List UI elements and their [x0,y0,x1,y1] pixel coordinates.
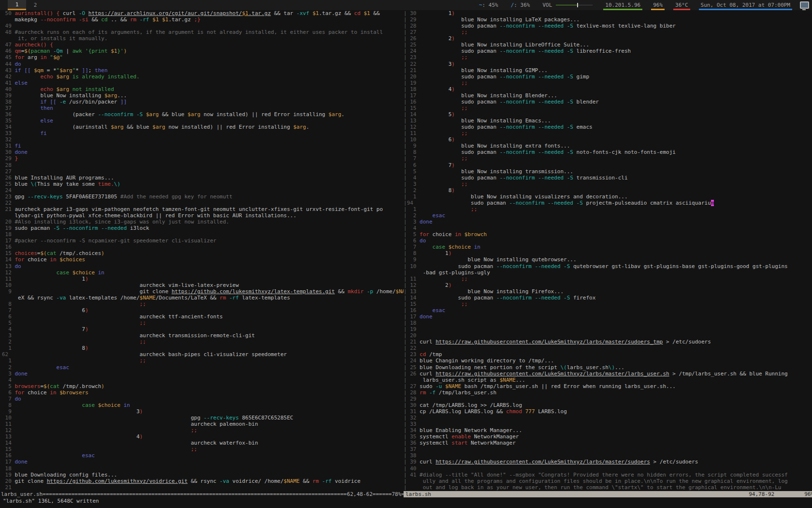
code-row: 47aurcheck() { [0,42,404,48]
code-token: ;; [140,358,146,364]
window-separator: | [404,383,407,389]
code-row: 10 aurcheck vim-live-latex-preview [0,282,404,288]
code-row: 18 [0,465,404,472]
code-token [14,130,40,136]
code-token: aurcheck bash-pipes cli-visualizer speed… [14,351,287,358]
code-token: else [40,118,53,124]
line-number: 17 [2,238,14,244]
code-token: curl [59,10,79,16]
code-token: then [40,105,53,111]
systray-display-icon[interactable] [800,1,809,9]
volume-slider[interactable] [556,3,593,7]
code-row: |25blue Downloading next portion of the … [404,364,812,371]
window-separator: | [404,307,407,314]
line-number: 17 [2,459,14,465]
code-token: (aurinstall [14,124,111,130]
code-row: 14for choice in $choices [0,256,404,263]
code-row: |39curl https://raw.githubusercontent.co… [404,459,812,465]
code-row: 19blue Downloading config files... [0,472,404,478]
line-number: 9 [407,256,420,263]
volume-knob-handle[interactable] [577,3,578,7]
code-token: do [14,396,21,402]
line-number: 15 [407,301,420,307]
line-number: 41 [2,80,14,86]
vim-window-larbs-user-sh[interactable]: 50aurinstall() { curl -O https://aur.arc… [0,10,404,491]
code-row: 43if [[ $qm = *"$arg"* ]]; then [0,67,404,74]
code-row: |94 sudo pacman --noconfirm --needed -S … [404,200,812,206]
code-token: ;; [461,130,467,136]
line-number: 48 [2,29,14,35]
code-token: qutebrowser gst-libav gst-plugins-base g… [570,263,787,269]
code-row: 4 7) [0,326,404,332]
code-token: This may take some [37,181,98,187]
code-token: enable [451,433,471,440]
code-token: arg [28,54,41,60]
vim-window-larbs-sh[interactable]: |30 1)|29 blue Now installing LaTeX pack… [404,10,812,491]
code-token: -xvf [296,10,312,16]
volume-label: VOL [542,2,552,8]
line-number: 49 [2,23,14,29]
code-token [14,301,139,307]
code-token [14,118,40,124]
line-number: 28 [407,23,420,29]
workspace-2[interactable]: 2 [26,0,44,10]
code-token: ;; [471,206,477,212]
code-token: case [57,269,72,276]
code-row: 46qm=$(pacman -Qm | awk '{print $1}') [0,48,404,54]
code-row: 8 ;; [0,301,404,307]
code-row: 20#Also installing i3lock, since i3-gaps… [0,219,404,225]
line-number: 4 [2,326,14,332]
temperature-value: 36°C [675,2,688,8]
line-number: 29 [407,16,420,23]
code-token: blue Now installing Blender... [420,92,557,99]
code-token: " [59,54,63,60]
statusline-right-spacer [431,491,749,497]
code-token: ;; [461,276,467,282]
line-number: 7 [407,244,420,250]
code-row: eX && rsync -va latex-templates /home/$N… [0,295,404,301]
code-token: $arg [57,86,70,92]
ip-value: 10.201.5.96 [605,2,640,8]
code-token: https://raw.githubusercontent.com/LukeSm… [435,371,669,377]
code-token: sudo pacman [420,99,500,105]
line-number: 18 [407,86,420,92]
code-token: ;; [461,29,467,35]
window-separator: | [404,358,407,364]
code-row: |26 2) [404,35,812,42]
code-token: 1 [420,10,451,16]
code-token: NetworkManager [467,440,515,446]
code-token: --noconfirm --needed -S [509,200,583,206]
line-number: 8 [407,250,420,256]
code-row: |18 [404,320,812,326]
code-row: |3 ;; [404,181,812,187]
code-row: 2 ;; [0,339,404,345]
code-token: sudo pacman [420,48,500,54]
code-token: $arg [59,67,72,74]
line-number: 10 [407,263,420,269]
code-token: && blue [124,124,153,130]
line-number: 14 [2,440,14,446]
code-token: gpg [14,415,203,421]
code-token: /tmp/.browch [59,383,101,389]
window-separator: | [404,48,407,54]
code-token: ) [85,276,88,282]
code-row: 44do [0,61,404,67]
line-number: 11 [2,276,14,282]
code-row: 3done [0,371,404,377]
code-token: $arg [104,92,117,99]
code-row: 45for arg in "$@" [0,54,404,60]
code-row: 1 ;; [0,358,404,364]
window-separator: | [404,465,407,472]
code-token: rm [219,295,229,301]
code-row: |38 [404,452,812,459]
code-token: ;; [461,80,467,86]
code-token [14,402,82,408]
code-token: \) [114,181,120,187]
code-token: aurcheck() { [14,42,53,48]
workspace-1[interactable]: 1 [8,0,26,10]
code-row: |12 sudo pacman --noconfirm --needed -S … [404,124,812,130]
code-token: choice [433,231,455,238]
code-token: $( [40,250,46,256]
window-separator: | [404,99,407,105]
window-separator: | [404,288,407,295]
